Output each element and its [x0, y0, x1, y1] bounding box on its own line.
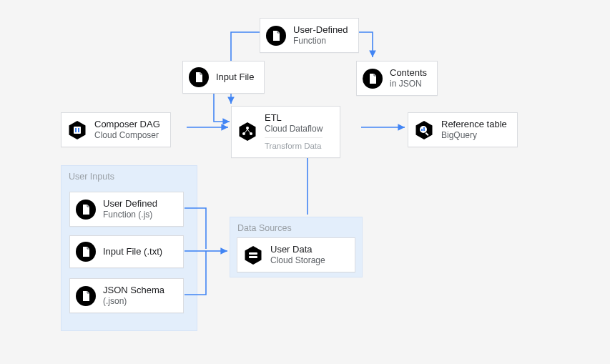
svg-rect-10	[421, 129, 423, 131]
svg-point-5	[246, 127, 249, 129]
node-udf-top-title: User-Defined	[293, 24, 348, 36]
group-data-sources-title: Data Sources	[230, 217, 362, 233]
dataflow-icon	[237, 122, 257, 142]
node-etl-subtitle: Cloud Dataflow	[265, 124, 323, 134]
node-ui-json-title: JSON Schema	[103, 285, 164, 296]
svg-rect-12	[249, 252, 257, 255]
node-userdata-title: User Data	[270, 244, 325, 255]
node-ui-txt: Input File (.txt)	[69, 235, 184, 268]
node-contents-json: Contents in JSON	[356, 61, 438, 96]
document-icon	[76, 286, 96, 306]
svg-rect-2	[74, 127, 81, 134]
node-etl-title: ETL	[265, 112, 323, 124]
node-composer-title: Composer DAG	[94, 119, 160, 130]
bigquery-icon	[414, 120, 434, 140]
group-user-inputs-title: User Inputs	[62, 166, 197, 182]
node-input-file-top: Input File	[182, 61, 265, 94]
node-bigquery: Reference table BigQuery	[408, 112, 518, 147]
node-udf-top: User-Defined Function	[260, 18, 359, 53]
document-icon	[363, 69, 383, 89]
node-ui-udf-subtitle: Function (.js)	[103, 210, 157, 220]
node-udf-top-subtitle: Function	[293, 36, 348, 46]
storage-icon	[243, 245, 263, 265]
node-ui-txt-title: Input File (.txt)	[103, 246, 162, 257]
node-etl-subtitle2: Transform Data	[265, 137, 323, 151]
node-ui-udf-title: User Defined	[103, 198, 157, 210]
node-composer-subtitle: Cloud Composer	[94, 130, 160, 141]
document-icon	[76, 242, 96, 262]
node-contents-json-subtitle: in JSON	[390, 79, 427, 89]
node-ui-udf: User Defined Function (.js)	[69, 192, 184, 227]
node-userdata-subtitle: Cloud Storage	[270, 255, 325, 266]
node-ui-json-subtitle: (.json)	[103, 296, 164, 307]
document-icon	[266, 26, 286, 46]
node-contents-json-title: Contents	[390, 67, 427, 79]
node-etl: ETL Cloud Dataflow Transform Data	[231, 106, 340, 158]
node-userdata: User Data Cloud Storage	[237, 237, 355, 272]
node-input-file-top-title: Input File	[216, 72, 254, 83]
svg-rect-3	[75, 128, 77, 132]
node-ui-json: JSON Schema (.json)	[69, 278, 184, 313]
svg-rect-4	[78, 128, 79, 132]
svg-rect-13	[249, 256, 257, 258]
node-bigquery-title: Reference table	[441, 119, 507, 130]
node-composer: Composer DAG Cloud Composer	[61, 112, 171, 147]
document-icon	[76, 200, 96, 220]
node-bigquery-subtitle: BigQuery	[441, 130, 507, 141]
svg-rect-11	[423, 127, 425, 131]
document-icon	[189, 67, 209, 87]
composer-icon	[67, 120, 87, 140]
